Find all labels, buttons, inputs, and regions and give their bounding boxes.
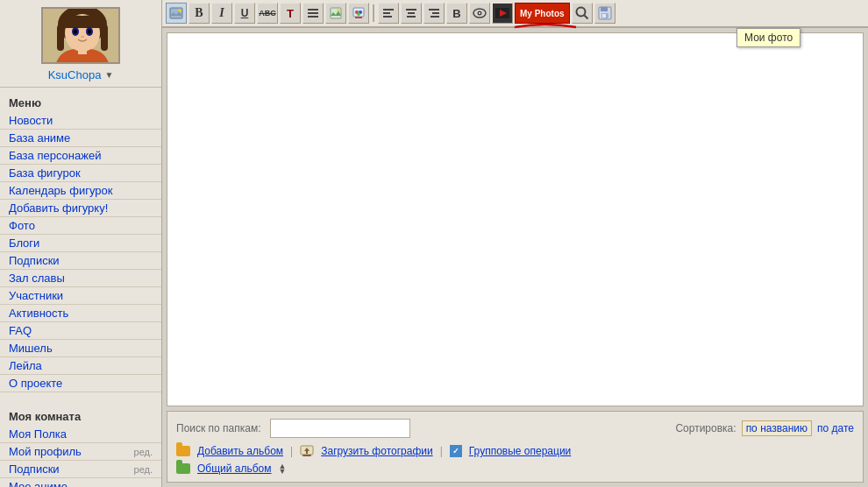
separator-1 <box>373 4 374 22</box>
add-album-link[interactable]: Добавить альбом <box>197 445 283 457</box>
svg-point-13 <box>178 9 181 12</box>
svg-rect-32 <box>432 12 439 14</box>
room-item-profile[interactable]: Мой профиль ред. <box>0 443 161 461</box>
sort-area: Сортировка: по названию по дате <box>675 420 854 436</box>
svg-point-8 <box>88 30 91 34</box>
svg-rect-25 <box>383 9 394 11</box>
svg-point-23 <box>357 12 360 16</box>
room-item-my-anime[interactable]: Мое аниме <box>0 478 161 487</box>
align-left-button[interactable] <box>378 3 399 24</box>
italic-button[interactable]: I <box>211 3 232 24</box>
search-input[interactable] <box>270 419 410 438</box>
sidebar-item-photo[interactable]: Фото <box>0 217 161 235</box>
group-ops-link[interactable]: Групповые операции <box>469 445 572 457</box>
sidebar-item-anime[interactable]: База аниме <box>0 130 161 147</box>
sidebar-item-faq[interactable]: FAQ <box>0 322 161 340</box>
sort-by-name[interactable]: по названию <box>742 420 812 436</box>
checkbox-icon: ✓ <box>450 445 462 457</box>
sidebar-item-novosti[interactable]: Новости <box>0 112 161 130</box>
sidebar-item-subscriptions[interactable]: Подписки <box>0 252 161 270</box>
avatar-area: KsuChopa ▼ <box>0 0 161 88</box>
svg-point-36 <box>479 12 480 14</box>
folder-green-icon <box>176 463 190 474</box>
strikethrough-button[interactable]: ABC <box>257 3 278 24</box>
svg-point-19 <box>338 10 340 12</box>
sidebar-item-members[interactable]: Участники <box>0 287 161 305</box>
svg-rect-28 <box>406 9 416 11</box>
menu-title: Меню <box>0 93 161 112</box>
bold2-button[interactable]: B <box>446 3 467 24</box>
sidebar-item-characters[interactable]: База персонажей <box>0 147 161 165</box>
sidebar-item-calendar[interactable]: Календарь фигурок <box>0 182 161 200</box>
search-button[interactable] <box>572 3 593 24</box>
avatar <box>41 7 120 64</box>
room-item-subs[interactable]: Подписки ред. <box>0 461 161 478</box>
bold-button[interactable]: B <box>189 3 210 24</box>
username-link[interactable]: KsuChopa <box>48 68 102 81</box>
svg-rect-48 <box>302 455 311 456</box>
svg-rect-47 <box>306 451 308 454</box>
username-area: KsuChopa ▼ <box>48 68 114 81</box>
room-title: Моя комната <box>0 406 161 426</box>
room-item-shelf[interactable]: Моя Полка <box>0 426 161 443</box>
sidebar-item-about[interactable]: О проекте <box>0 375 161 392</box>
photo-panel: Поиск по папкам: Сортировка: по названию… <box>167 411 864 483</box>
sidebar-item-figures[interactable]: База фигурок <box>0 165 161 182</box>
sort-arrows[interactable]: ▲ ▼ <box>279 463 287 474</box>
username-dropdown-icon[interactable]: ▼ <box>104 70 113 80</box>
main-content: B I U ABC T <box>162 0 868 487</box>
svg-rect-15 <box>308 12 318 14</box>
sidebar-item-blogs[interactable]: Блоги <box>0 235 161 252</box>
svg-point-9 <box>81 36 84 38</box>
photo-actions: Добавить альбом | Загрузить фотографии |… <box>176 445 854 457</box>
sort-label: Сортировка: <box>675 422 736 434</box>
svg-rect-26 <box>383 12 390 14</box>
toolbar-image-btn[interactable] <box>166 3 187 24</box>
preview-button[interactable] <box>469 3 490 24</box>
room-section: Моя комната Моя Полка Мой профиль ред. П… <box>0 401 161 487</box>
upload-photos-link[interactable]: Загрузить фотографии <box>321 445 432 457</box>
sidebar-item-hall[interactable]: Зал славы <box>0 270 161 287</box>
sidebar: KsuChopa ▼ Меню Новости База аниме База … <box>0 0 162 487</box>
color-button[interactable] <box>348 3 369 24</box>
font-button[interactable]: T <box>280 3 301 24</box>
sidebar-item-mishel[interactable]: Мишель <box>0 340 161 357</box>
align-center-button[interactable] <box>401 3 422 24</box>
svg-line-40 <box>584 16 587 19</box>
svg-rect-30 <box>407 16 416 18</box>
album-link[interactable]: Общий альбом <box>197 462 272 475</box>
sidebar-item-activity[interactable]: Активность <box>0 305 161 322</box>
photo-row: Общий альбом ▲ ▼ <box>176 462 854 475</box>
svg-rect-14 <box>308 9 318 11</box>
toolbar: B I U ABC T <box>162 0 868 28</box>
sidebar-item-leila[interactable]: Лейла <box>0 357 161 375</box>
svg-rect-42 <box>601 7 608 11</box>
save-button[interactable] <box>594 3 615 24</box>
svg-rect-10 <box>78 47 87 54</box>
sidebar-item-add-figure[interactable]: Добавить фигурку! <box>0 200 161 217</box>
editor-area[interactable] <box>167 32 864 406</box>
menu-section: Меню Новости База аниме База персонажей … <box>0 88 161 398</box>
search-row: Поиск по папкам: Сортировка: по названию… <box>176 419 854 438</box>
svg-rect-27 <box>383 16 392 18</box>
tooltip-my-photos: Мои фото <box>736 28 800 47</box>
svg-rect-29 <box>408 12 415 14</box>
svg-rect-31 <box>429 9 439 11</box>
svg-rect-16 <box>308 16 318 18</box>
svg-rect-33 <box>430 16 439 18</box>
align-right-button[interactable] <box>423 3 445 24</box>
svg-point-39 <box>576 8 585 17</box>
svg-rect-44 <box>602 14 606 18</box>
svg-rect-4 <box>101 25 108 51</box>
image-insert-button[interactable] <box>325 3 346 24</box>
folder-yellow-icon <box>176 446 190 456</box>
upload-icon <box>300 445 314 457</box>
svg-rect-3 <box>57 25 64 51</box>
svg-point-7 <box>74 30 77 34</box>
underline-button[interactable]: U <box>234 3 255 24</box>
search-label: Поиск по папкам: <box>176 422 261 434</box>
sort-by-date[interactable]: по дате <box>817 422 854 434</box>
list-button[interactable] <box>302 3 324 24</box>
svg-rect-24 <box>355 17 362 18</box>
